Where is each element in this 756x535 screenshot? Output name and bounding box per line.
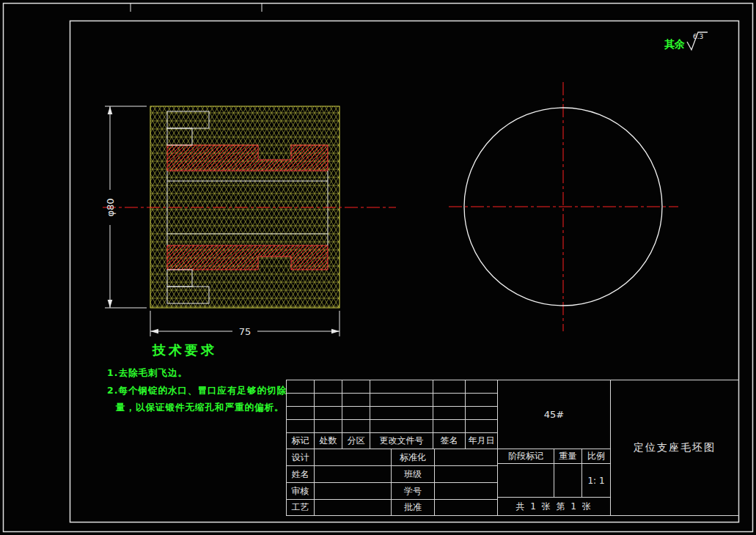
revision-cell [433,420,466,433]
revision-cell [370,394,433,407]
revision-cell [315,407,342,420]
revision-cell [342,380,370,394]
revision-header-date: 年月日 [466,433,498,449]
revision-cell [433,380,466,394]
signature-table: 设计 标准化 姓名 班级 审核 学号 工艺 批准 [286,449,498,516]
signature-space [435,500,498,516]
revision-cell [287,380,315,394]
revision-cell [315,394,342,407]
signature-space [315,449,392,466]
revision-cell [466,407,498,420]
signature-space [315,466,392,483]
diameter-dimension-text: φ80 [105,198,116,216]
stage-mark-cell [498,464,554,498]
revision-cell [370,420,433,433]
label-class: 班级 [392,466,435,483]
weight-cell [554,464,582,498]
revision-header-count: 处数 [315,433,342,449]
revision-cell [287,420,315,433]
revision-cell [370,380,433,394]
signature-space [435,483,498,500]
signature-space [315,500,392,516]
scale-value-cell: 1: 1 [582,464,611,498]
tech-requirements-item-1: 1.去除毛刺飞边。 [107,367,188,380]
signature-space [435,449,498,466]
revision-cell [287,407,315,420]
revision-header-zone: 分区 [342,433,370,449]
blank-section-view [103,106,396,308]
revision-cell [287,394,315,407]
revision-header-sign: 签名 [433,433,466,449]
scale-header: 比例 [582,449,611,464]
label-design: 设计 [287,449,315,466]
width-dimension-text: 75 [239,326,252,337]
label-standardization: 标准化 [392,449,435,466]
tech-requirements-item-2: 2.每个钢锭的水口、冒口应有足够的切除 [107,385,287,397]
revision-cell [342,394,370,407]
part-section-upper [167,145,328,171]
revision-cell [466,420,498,433]
revision-cell [466,380,498,394]
revision-table: 标记 处数 分区 更改文件号 签名 年月日 [286,380,498,449]
revision-header-docno: 更改文件号 [370,433,433,449]
tech-requirements-item-2-cont: 量，以保证锻件无缩孔和严重的偏析。 [116,402,285,414]
revision-header-mark: 标记 [287,433,315,449]
label-name: 姓名 [287,466,315,483]
revision-cell [342,407,370,420]
revision-cell [433,407,466,420]
surface-note-label: 其余 [664,38,685,50]
label-process: 工艺 [287,500,315,516]
label-student-no: 学号 [392,483,435,500]
surface-roughness-note: 其余 6.3 [664,32,708,50]
label-approve: 批准 [392,500,435,516]
weight-header: 重量 [554,449,582,464]
arrowhead [331,329,340,334]
sheet-info-cell: 共 1 张 第 1 张 [498,498,611,516]
roughness-value: 6.3 [693,33,703,40]
revision-cell [433,394,466,407]
signature-space [435,466,498,483]
material-cell: 45# [498,380,611,449]
arrowhead [108,106,113,114]
part-section-lower [167,246,328,270]
revision-cell [315,420,342,433]
arrowhead [150,329,158,334]
width-dimension: 75 [150,311,340,337]
label-check: 审核 [287,483,315,500]
arrowhead [108,300,113,308]
drawing-title: 定位支座毛坯图 [611,380,739,516]
stage-mark-header: 阶段标记 [498,449,554,464]
revision-cell [466,394,498,407]
revision-cell [315,380,342,394]
revision-cell [342,420,370,433]
stage-scale-table: 45# 阶段标记 重量 比例 1: 1 共 1 张 第 1 张 [497,380,611,516]
tech-requirements-title: 技术要求 [153,342,217,359]
cad-drawing-sheet: φ80 75 其余 6.3 技术要求 1.去除毛刺飞边。 2.每个钢锭的水口、冒… [0,0,756,535]
revision-cell [370,407,433,420]
end-view [449,82,678,331]
signature-space [315,483,392,500]
drawing-title-table: 定位支座毛坯图 [610,380,739,516]
